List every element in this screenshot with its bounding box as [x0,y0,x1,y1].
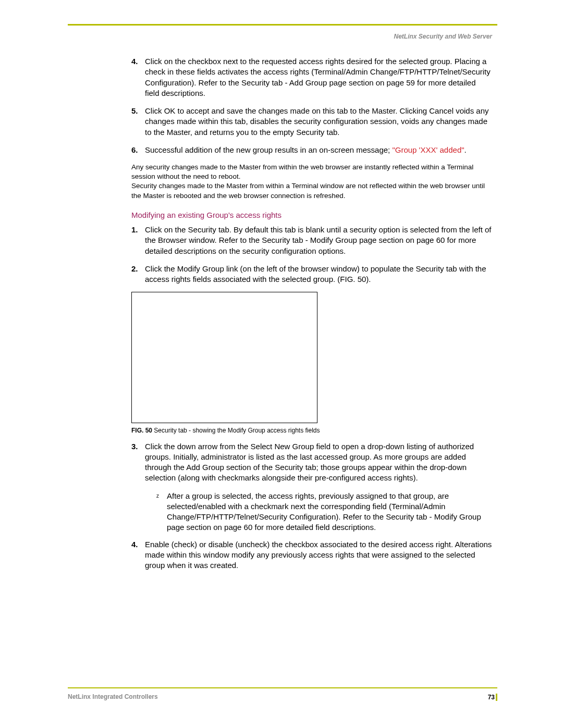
page-footer: NetLinx Integrated Controllers 73 [68,687,497,702]
step-number: 6. [131,145,138,155]
step-text: Click OK to accept and save the changes … [145,106,489,137]
page-content: 4. Click on the checkbox next to the req… [131,56,492,578]
step-item: 5. Click OK to accept and save the chang… [131,106,492,138]
sub-bullet-text: After a group is selected, the access ri… [167,491,481,532]
footer-title: NetLinx Integrated Controllers [68,693,158,701]
note-block: Any security changes made to the Master … [131,163,492,201]
step-text-suffix: . [464,145,467,154]
section-heading: Modifying an existing Group's access rig… [131,210,492,220]
step-text-prefix: Successful addition of the new group res… [145,145,392,154]
step-text: Click the down arrow from the Select New… [145,442,474,483]
step-item: 1. Click on the Security tab. By default… [131,225,492,256]
document-page: NetLinx Security and Web Server 4. Click… [0,0,563,728]
page-number: 73 [488,694,495,701]
step-item: 3. Click the down arrow from the Select … [131,441,492,484]
step-text: Click on the checkbox next to the reques… [145,57,491,97]
step-number: 2. [131,264,138,274]
step-text: Click on the Security tab. By default th… [145,225,492,255]
footer-rule [68,687,497,688]
step-text: Enable (check) or disable (uncheck) the … [145,540,492,570]
step-item: 2. Click the Modify Group link (on the l… [131,264,492,285]
steps-list-a: 4. Click on the checkbox next to the req… [131,56,492,155]
step-number: 3. [131,441,138,452]
step-item: 6. Successful addition of the new group … [131,145,492,155]
step-number: 4. [131,539,138,550]
figure-placeholder [131,292,317,423]
steps-list-b-after: 3. Click the down arrow from the Select … [131,441,492,484]
footer-row: NetLinx Integrated Controllers 73 [68,692,497,702]
steps-list-b-first: 1. Click on the Security tab. By default… [131,225,492,285]
step-number: 5. [131,106,138,116]
step-item: 4. Click on the checkbox next to the req… [131,56,492,98]
step-number: 4. [131,56,138,67]
figure-label: FIG. 50 [131,427,152,434]
step-number: 1. [131,225,138,235]
steps-list-b-last: 4. Enable (check) or disable (uncheck) t… [131,539,492,571]
figure-caption: FIG. 50 Security tab - showing the Modif… [131,426,492,435]
bullet-icon: z [156,492,159,500]
step-item: 4. Enable (check) or disable (uncheck) t… [131,539,492,571]
header-section-title: NetLinx Security and Web Server [394,32,492,41]
header-rule [68,24,497,26]
figure-caption-text: Security tab - showing the Modify Group … [154,427,320,434]
sub-bullet: z After a group is selected, the access … [156,491,492,533]
page-number-accent [496,694,497,701]
step-text-highlight: "Group 'XXX' added" [392,145,464,154]
step-text: Click the Modify Group link (on the left… [145,264,486,283]
page-number-wrap: 73 [488,692,497,702]
